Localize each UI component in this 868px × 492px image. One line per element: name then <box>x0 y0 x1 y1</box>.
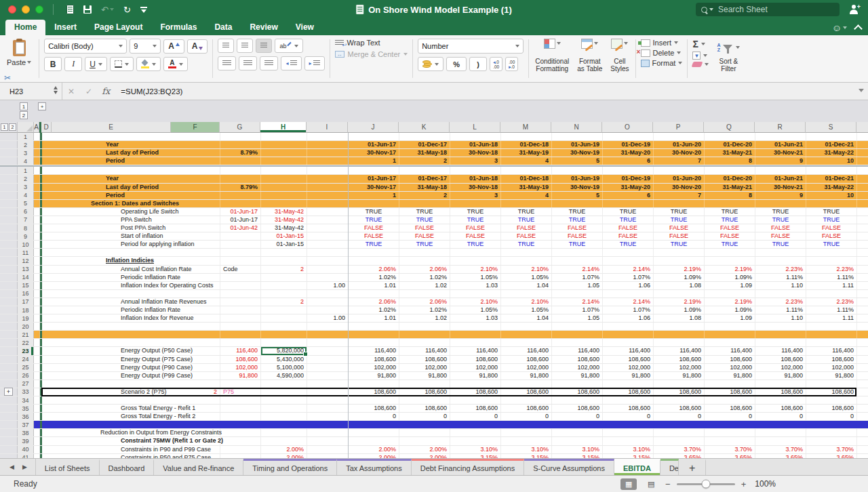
grid-cell[interactable]: 0 <box>806 413 857 420</box>
grid-cell[interactable]: 01-Dec-17 <box>399 141 450 148</box>
grid-cell[interactable]: 31-May-22 <box>806 184 857 191</box>
fill-button[interactable]: ▼ <box>692 52 709 60</box>
grid-cell[interactable]: 1.00 <box>307 314 349 322</box>
name-box-stepper[interactable] <box>54 86 58 94</box>
grid-cell[interactable]: 108,600 <box>705 356 755 363</box>
grid-cell[interactable] <box>654 133 705 140</box>
decrease-decimal-button[interactable]: .00▸.0 <box>505 57 518 71</box>
grid-cell-selected[interactable]: 5,820,000 <box>261 347 307 354</box>
grid-cell[interactable]: 102,000 <box>705 364 755 371</box>
grid-cell-label[interactable]: Year <box>42 175 172 182</box>
name-box[interactable]: H23 <box>0 83 62 100</box>
grid-cell-label[interactable] <box>42 290 172 298</box>
grid-cell[interactable] <box>450 290 501 298</box>
grid-cell[interactable] <box>349 331 399 338</box>
close-window-button[interactable] <box>8 5 16 14</box>
grid-cell[interactable] <box>349 257 399 264</box>
grid-cell[interactable]: 116,400 <box>603 347 654 354</box>
grid-cell[interactable] <box>755 167 806 174</box>
grid-cell[interactable] <box>34 314 40 322</box>
grid-cell-label[interactable]: Energy Output (P90 Case) <box>42 364 172 371</box>
grid-cell[interactable]: TRUE <box>501 216 552 224</box>
grid-cell[interactable] <box>755 200 806 207</box>
grid-cell[interactable]: 4 <box>501 157 552 165</box>
grid-cell[interactable]: 1.03 <box>450 314 501 322</box>
grid-cell[interactable] <box>603 290 654 298</box>
row-header-25[interactable]: 25 <box>18 364 34 371</box>
row-header-18[interactable]: 18 <box>18 306 34 314</box>
grid-cell[interactable] <box>172 396 220 404</box>
grid-cell[interactable] <box>261 184 307 191</box>
grid-cell-label[interactable]: Constraint 75MW (Refit 1 or Gate 2) <box>42 437 172 445</box>
grid-cell[interactable]: 2.23% <box>755 298 806 306</box>
grid-cell[interactable] <box>857 266 868 273</box>
percent-style-button[interactable]: % <box>446 57 467 71</box>
grid-cell-label[interactable]: Last day of Period <box>42 184 172 191</box>
grid-cell[interactable] <box>220 167 261 174</box>
ribbon-tab-data[interactable]: Data <box>205 20 241 35</box>
grid-cell[interactable] <box>857 208 868 216</box>
grid-cell[interactable] <box>349 396 399 404</box>
grid-cell[interactable] <box>552 200 603 207</box>
comma-style-button[interactable]: ) <box>469 57 487 71</box>
grid-cell[interactable]: 4,590,000 <box>261 372 307 380</box>
grid-cell[interactable] <box>307 356 349 363</box>
grid-cell[interactable] <box>857 405 868 412</box>
sheet-tab-timing-and-operations[interactable]: Timing and Operations <box>243 459 337 475</box>
grid-cell[interactable]: 108,600 <box>349 388 399 396</box>
grid-cell[interactable]: 116,400 <box>399 347 450 354</box>
grid-cell[interactable]: 2.00% <box>349 446 399 453</box>
grid-cell[interactable] <box>857 175 868 182</box>
grid-cell[interactable] <box>450 249 501 256</box>
grid-cell[interactable]: 3.15% <box>552 454 603 458</box>
grid-cell[interactable]: 108,600 <box>654 405 705 412</box>
grid-cell[interactable]: 2.19% <box>654 266 705 273</box>
row-header-4[interactable]: 4 <box>18 157 34 165</box>
select-all-corner[interactable] <box>18 122 34 133</box>
grid-cell[interactable]: 3 <box>450 192 501 199</box>
col-outline-level-1-button[interactable]: 1 <box>20 102 28 110</box>
grid-cell[interactable] <box>857 133 868 140</box>
grid-cell[interactable] <box>857 257 868 264</box>
grid-cell[interactable]: 1.04 <box>501 314 552 322</box>
grid-cell[interactable] <box>450 323 501 330</box>
zoom-slider-thumb[interactable] <box>701 480 710 489</box>
grid-cell[interactable]: FALSE <box>654 224 705 232</box>
grid-cell[interactable]: 1.11% <box>755 274 806 281</box>
grid-cell[interactable] <box>857 241 868 248</box>
cancel-entry-icon[interactable]: ✕ <box>68 87 75 96</box>
grid-cell[interactable]: 1.05% <box>450 306 501 314</box>
row-header-10[interactable]: 10 <box>18 241 34 248</box>
grid-cell[interactable] <box>172 192 220 199</box>
grid-cell[interactable]: TRUE <box>755 208 806 216</box>
grid-cell[interactable] <box>307 232 349 240</box>
increase-decimal-button[interactable]: ◂.0.00 <box>490 57 502 71</box>
grid-cell[interactable] <box>261 141 307 148</box>
grid-cell[interactable]: 2.00% <box>261 454 307 458</box>
grid-cell[interactable]: 2.19% <box>705 266 755 273</box>
grid-cell[interactable] <box>34 200 40 207</box>
grid-cell[interactable]: 30-Nov-20 <box>654 184 705 191</box>
col-header-d[interactable]: D <box>41 122 52 133</box>
grid-cell[interactable] <box>603 133 654 140</box>
grid-cell[interactable]: 108,600 <box>552 388 603 396</box>
grid-cell[interactable] <box>450 421 501 428</box>
grid-cell[interactable]: 1.04 <box>501 282 552 289</box>
grid-cell[interactable]: 31-May-22 <box>806 149 857 157</box>
grid-cell[interactable] <box>755 323 806 330</box>
grid-cell[interactable] <box>307 149 349 157</box>
grid-cell[interactable] <box>552 257 603 264</box>
grid-cell[interactable] <box>806 249 857 256</box>
grid-cell[interactable] <box>857 429 868 436</box>
grid-cell[interactable] <box>857 323 868 330</box>
grid-cell[interactable] <box>806 396 857 404</box>
grid-cell[interactable]: 102,000 <box>552 364 603 371</box>
grid-cell[interactable] <box>261 380 307 388</box>
grid-cell[interactable]: TRUE <box>603 216 654 224</box>
grid-cell[interactable]: 91,800 <box>349 372 399 380</box>
grid-cell[interactable] <box>806 133 857 140</box>
grid-cell[interactable]: 8.79% <box>220 184 261 191</box>
grid-cell[interactable] <box>307 388 349 396</box>
grid-cell[interactable] <box>603 421 654 428</box>
row-header-22[interactable]: 22 <box>18 339 34 346</box>
